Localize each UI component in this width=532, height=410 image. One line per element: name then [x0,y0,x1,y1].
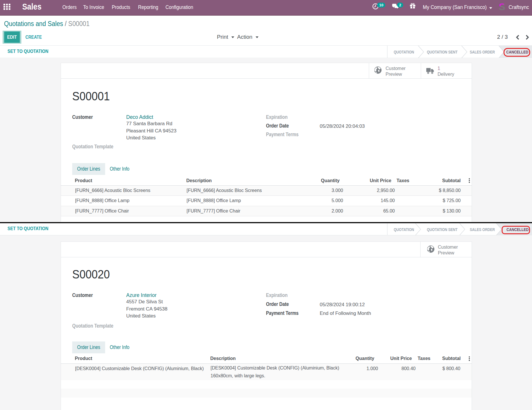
svg-text:SALES ORDER: SALES ORDER [470,227,495,232]
svg-text:S: S [499,2,505,11]
svg-text:CANCELLED: CANCELLED [507,227,529,232]
svg-text:QUOTATION SENT: QUOTATION SENT [427,227,458,232]
svg-text:QUOTATION: QUOTATION [394,227,414,232]
svg-text:QUOTATION SENT: QUOTATION SENT [427,49,458,55]
svg-text:CANCELLED: CANCELLED [506,49,528,55]
svg-text:QUOTATION: QUOTATION [394,49,414,55]
svg-text:SALES ORDER: SALES ORDER [470,49,495,55]
